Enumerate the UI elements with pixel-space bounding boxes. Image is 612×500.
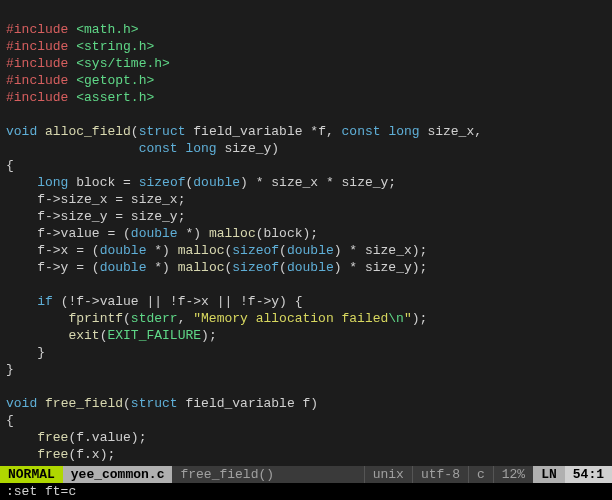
filetype-segment: c bbox=[468, 466, 493, 483]
sizeof-keyword: sizeof bbox=[139, 175, 186, 190]
const-keyword: const bbox=[139, 141, 178, 156]
preproc-directive: #include bbox=[6, 73, 68, 88]
status-spacer bbox=[282, 466, 364, 483]
preproc-directive: #include bbox=[6, 56, 68, 71]
status-line: NORMAL yee_common.c free_field() unix ut… bbox=[0, 466, 612, 483]
preproc-directive: #include bbox=[6, 22, 68, 37]
type-keyword: double bbox=[131, 226, 178, 241]
lhs: f->x = ( bbox=[37, 243, 99, 258]
param: size_x, bbox=[427, 124, 482, 139]
exit-failure-const: EXIT_FAILURE bbox=[107, 328, 201, 343]
preproc-directive: #include bbox=[6, 39, 68, 54]
if-keyword: if bbox=[37, 294, 53, 309]
assignment: f->size_x = size_x; bbox=[37, 192, 185, 207]
escape-seq: \n bbox=[388, 311, 404, 326]
fileformat-segment: unix bbox=[364, 466, 412, 483]
include-path: <string.h> bbox=[76, 39, 154, 54]
include-path: <math.h> bbox=[76, 22, 138, 37]
type-keyword: long bbox=[37, 175, 68, 190]
free-call: free bbox=[37, 447, 68, 462]
type-keyword: double bbox=[193, 175, 240, 190]
filename-segment: yee_common.c bbox=[63, 466, 173, 483]
malloc-call: malloc bbox=[178, 243, 225, 258]
return-type: void bbox=[6, 396, 37, 411]
command-text: :set ft=c bbox=[6, 484, 76, 499]
fprintf-call: fprintf bbox=[68, 311, 123, 326]
preproc-directive: #include bbox=[6, 90, 68, 105]
param: *f, bbox=[310, 124, 341, 139]
const-keyword: const bbox=[342, 124, 381, 139]
line-label: LN bbox=[533, 466, 565, 483]
include-path: <sys/time.h> bbox=[76, 56, 170, 71]
mode-indicator: NORMAL bbox=[0, 466, 63, 483]
expr: ) * size_x * size_y; bbox=[240, 175, 396, 190]
include-path: <assert.h> bbox=[76, 90, 154, 105]
param: size_y bbox=[224, 141, 271, 156]
code-editor[interactable]: #include <math.h> #include <string.h> #i… bbox=[0, 0, 612, 500]
function-context: free_field() bbox=[172, 466, 282, 483]
return-type: void bbox=[6, 124, 37, 139]
exit-call: exit bbox=[68, 328, 99, 343]
malloc-call: malloc bbox=[178, 260, 225, 275]
command-line[interactable]: :set ft=c bbox=[0, 483, 612, 500]
malloc-call: malloc bbox=[209, 226, 256, 241]
encoding-segment: utf-8 bbox=[412, 466, 468, 483]
stderr-stream: stderr bbox=[131, 311, 178, 326]
string-literal: "Memory allocation failed bbox=[193, 311, 388, 326]
assignment: f->size_y = size_y; bbox=[37, 209, 185, 224]
free-call: free bbox=[37, 430, 68, 445]
if-condition: (!f->value || !f->x || !f->y) { bbox=[53, 294, 303, 309]
struct-type: field_variable bbox=[193, 124, 302, 139]
lhs: f->y = ( bbox=[37, 260, 99, 275]
struct-keyword: struct bbox=[139, 124, 186, 139]
line-col: 54:1 bbox=[565, 466, 612, 483]
type-keyword: long bbox=[388, 124, 419, 139]
percent-segment: 12% bbox=[493, 466, 533, 483]
lhs: f->value = ( bbox=[37, 226, 131, 241]
type-keyword: long bbox=[185, 141, 216, 156]
include-path: <getopt.h> bbox=[76, 73, 154, 88]
function-name: free_field bbox=[45, 396, 123, 411]
function-name: alloc_field bbox=[45, 124, 131, 139]
var-decl: block = bbox=[76, 175, 138, 190]
